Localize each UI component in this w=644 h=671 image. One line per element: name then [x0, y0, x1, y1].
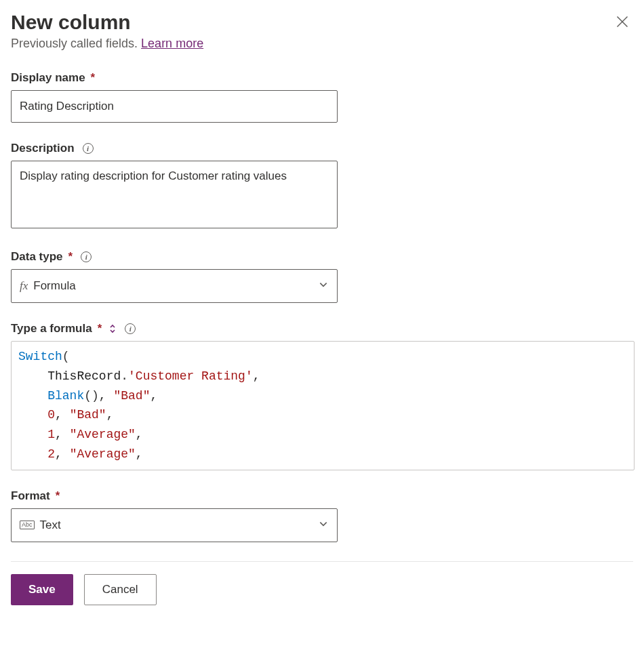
format-label: Format* [11, 489, 633, 503]
text-type-icon: Abc [20, 521, 35, 529]
format-value: Text [40, 518, 61, 532]
info-icon[interactable]: i [125, 323, 136, 334]
panel-subtitle: Previously called fields. Learn more [11, 37, 203, 51]
close-icon [616, 20, 629, 30]
info-icon[interactable]: i [81, 251, 92, 262]
data-type-value: Formula [33, 279, 75, 293]
formula-icon: fx [20, 279, 28, 293]
description-input[interactable]: Display rating description for Customer … [11, 161, 338, 228]
required-indicator: * [91, 71, 96, 85]
learn-more-link[interactable]: Learn more [141, 37, 203, 50]
description-label: Description i [11, 142, 633, 155]
cancel-button[interactable]: Cancel [84, 574, 157, 605]
display-name-input[interactable] [11, 90, 338, 123]
required-indicator: * [98, 322, 102, 336]
data-type-label: Data type* i [11, 250, 633, 264]
panel-title: New column [11, 11, 203, 34]
save-button[interactable]: Save [11, 574, 73, 605]
subtitle-text: Previously called fields. [11, 37, 141, 50]
info-icon[interactable]: i [83, 143, 94, 154]
close-button[interactable] [611, 11, 633, 35]
expand-icon[interactable] [108, 324, 117, 333]
formula-label: Type a formula* i [11, 322, 633, 336]
format-select[interactable]: Abc Text [11, 508, 338, 542]
required-indicator: * [56, 489, 60, 503]
required-indicator: * [68, 250, 73, 264]
formula-input[interactable]: Switch( ThisRecord.'Customer Rating', Bl… [11, 341, 635, 470]
display-name-label: Display name* [11, 71, 633, 85]
data-type-select[interactable]: fx Formula [11, 269, 338, 303]
